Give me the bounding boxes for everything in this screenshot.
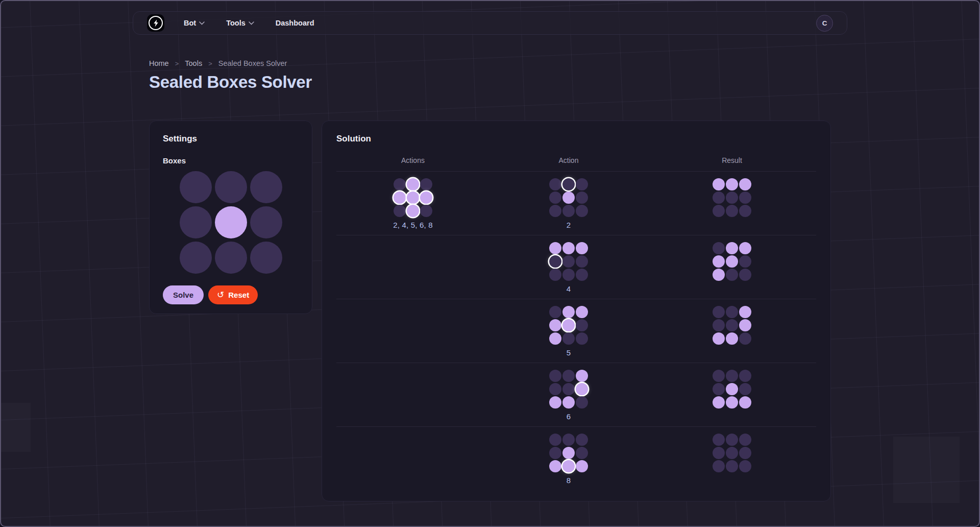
breadcrumb-separator: > (208, 60, 212, 67)
reset-button[interactable]: ↺ Reset (208, 285, 258, 304)
box-cell-8[interactable] (215, 242, 247, 274)
grid-cell-8 (562, 460, 575, 472)
grid-cell-3 (739, 306, 751, 318)
cards-row: Settings Boxes Solve ↺ Reset Solution Ac… (149, 121, 831, 501)
actions-cell (336, 434, 489, 486)
solution-table: ActionsActionResult 2, 4, 5, 6, 824568 (336, 156, 816, 491)
grid-cell-1 (549, 370, 561, 382)
grid-cell-1 (713, 434, 725, 446)
grid-cell-2 (726, 434, 738, 446)
action-grid-wrap: 8 (549, 434, 588, 485)
grid-cell-3 (420, 178, 432, 190)
grid-cell-7 (713, 396, 725, 409)
logo[interactable] (147, 14, 164, 32)
result-grid (713, 306, 751, 345)
main-content: Home>Tools>Sealed Boxes Solver Sealed Bo… (149, 59, 831, 501)
grid-cell-7 (713, 460, 725, 472)
page-title: Sealed Boxes Solver (149, 73, 831, 92)
avatar[interactable]: C (816, 15, 833, 32)
result-cell (648, 434, 816, 486)
breadcrumb-link-tools[interactable]: Tools (185, 59, 202, 67)
grid-cell-8 (726, 205, 738, 217)
column-header-actions: Actions (336, 156, 489, 164)
solution-card: Solution ActionsActionResult 2, 4, 5, 6,… (322, 121, 831, 501)
grid-cell-2 (562, 306, 575, 318)
action-cell: 2 (489, 178, 648, 230)
grid-cell-5 (562, 447, 575, 459)
grid-cell-1 (713, 306, 725, 318)
grid-cell-7 (713, 269, 725, 281)
grid-cell-7 (549, 269, 561, 281)
grid-cell-3 (576, 242, 588, 254)
reset-icon: ↺ (217, 291, 224, 299)
action-grid (549, 242, 588, 281)
box-cell-9[interactable] (250, 242, 282, 274)
box-cell-1[interactable] (180, 171, 212, 203)
box-cell-2[interactable] (215, 171, 247, 203)
boxes-label: Boxes (163, 156, 299, 165)
grid-cell-4 (713, 191, 725, 204)
grid-cell-7 (549, 460, 561, 472)
grid-cell-4 (713, 383, 725, 395)
grid-cell-4 (549, 383, 561, 395)
boxes-grid (180, 171, 282, 274)
grid-cell-5 (726, 319, 738, 331)
grid-cell-9 (739, 332, 751, 345)
nav-item-bot[interactable]: Bot (184, 19, 205, 27)
grid-cell-3 (739, 370, 751, 382)
action-grid (549, 370, 588, 409)
result-cell (648, 306, 816, 358)
solve-button[interactable]: Solve (163, 285, 204, 304)
grid-cell-6 (739, 191, 751, 204)
settings-buttons: Solve ↺ Reset (163, 285, 299, 304)
action-label: 8 (567, 476, 571, 485)
breadcrumb-link-home[interactable]: Home (149, 59, 169, 67)
grid-cell-3 (576, 178, 588, 190)
actions-label: 2, 4, 5, 6, 8 (393, 221, 433, 229)
grid-cell-5 (726, 255, 738, 268)
grid-cell-8 (562, 205, 575, 217)
result-grid-wrap (713, 178, 751, 217)
chevron-down-icon (199, 21, 205, 25)
result-grid-wrap (713, 434, 751, 472)
grid-cell-7 (394, 205, 406, 217)
grid-cell-9 (576, 396, 588, 409)
nav-item-dashboard[interactable]: Dashboard (276, 19, 314, 27)
grid-cell-6 (739, 447, 751, 459)
action-grid-wrap: 4 (549, 242, 588, 293)
grid-cell-8 (726, 332, 738, 345)
grid-cell-5 (726, 383, 738, 395)
actions-grid (394, 178, 432, 217)
grid-cell-8 (726, 460, 738, 472)
action-grid-wrap: 6 (549, 370, 588, 421)
box-cell-7[interactable] (180, 242, 212, 274)
grid-cell-1 (713, 178, 725, 190)
grid-cell-5 (562, 191, 575, 204)
grid-cell-4 (549, 255, 561, 268)
result-cell (648, 370, 816, 422)
grid-cell-4 (713, 255, 725, 268)
grid-cell-5 (407, 191, 419, 204)
result-grid-wrap (713, 306, 751, 345)
box-cell-4[interactable] (180, 206, 212, 238)
grid-cell-9 (576, 205, 588, 217)
grid-cell-2 (726, 370, 738, 382)
column-header-result: Result (648, 156, 816, 164)
grid-cell-2 (562, 242, 575, 254)
grid-cell-3 (739, 178, 751, 190)
breadcrumb-current: Sealed Boxes Solver (218, 59, 287, 67)
grid-cell-9 (739, 269, 751, 281)
nav-links: BotToolsDashboard (184, 19, 314, 27)
grid-cell-8 (726, 396, 738, 409)
box-cell-5[interactable] (215, 206, 247, 238)
reset-button-label: Reset (228, 291, 249, 299)
action-label: 6 (567, 412, 571, 421)
grid-cell-8 (562, 396, 575, 409)
grid-cell-6 (576, 319, 588, 331)
nav-item-tools[interactable]: Tools (226, 19, 254, 27)
grid-cell-6 (739, 319, 751, 331)
action-cell: 5 (489, 306, 648, 358)
box-cell-6[interactable] (250, 206, 282, 238)
box-cell-3[interactable] (250, 171, 282, 203)
action-label: 4 (567, 284, 571, 293)
